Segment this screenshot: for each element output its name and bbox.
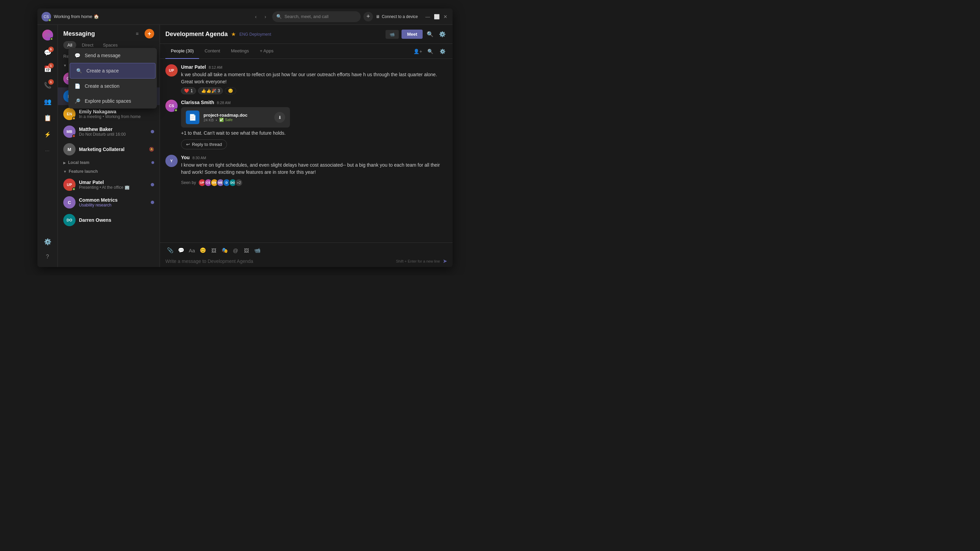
messaging-actions: ≡ +	[132, 29, 154, 38]
reaction-thumbs[interactable]: 👍👍🎉 3	[198, 87, 223, 94]
channel-tabs: People (30) Content Meetings + Apps 👤+ 🔍…	[160, 44, 453, 59]
close-button[interactable]: ✕	[442, 14, 449, 20]
dropdown-explore-spaces[interactable]: 🔎 Explore public spaces	[68, 94, 157, 108]
send-button[interactable]: ➤	[443, 258, 447, 264]
gif-button[interactable]: 🖼	[209, 246, 218, 255]
sidebar-item-activity[interactable]: ⚡	[40, 127, 55, 142]
emoji-button[interactable]: 😊	[198, 246, 208, 255]
matthew-avatar: MB	[63, 125, 76, 138]
common-metrics-sub: Usability research	[79, 203, 147, 208]
section-feature-launch[interactable]: ▼ Feature launch	[58, 167, 159, 176]
attach-button[interactable]: 📎	[165, 246, 175, 255]
back-button[interactable]: ‹	[252, 13, 260, 21]
umar-reactions: ❤️ 1 👍👍🎉 3 😊	[181, 87, 447, 94]
settings-icon: ⚙️	[44, 238, 51, 246]
channel-settings-button[interactable]: ⚙️	[438, 47, 447, 56]
new-message-button[interactable]: +	[145, 29, 154, 38]
chat-header-subtitle: ENG Deployment	[239, 32, 271, 37]
add-button[interactable]: +	[363, 12, 373, 21]
marketing-info: Marketing Collateral	[79, 147, 146, 152]
activity-icon: ⚡	[44, 131, 51, 138]
image-button[interactable]: 🖼	[242, 246, 251, 255]
title-bar: CS Working from home 🏠 ‹ › 🔍 Search, mee…	[37, 8, 453, 25]
message-clarissa: CS Clarissa Smith 8:28 AM 📄 project-road…	[165, 100, 447, 149]
reply-thread-button[interactable]: ↩ Reply to thread	[181, 140, 227, 149]
user-profile-icon[interactable]: CS	[40, 27, 55, 43]
mute-icon: 🔕	[149, 147, 154, 152]
video-icon: 📹	[390, 32, 395, 37]
umar-msg-avatar: UP	[165, 64, 178, 76]
emily-sub: In a meeting • Working from home	[79, 114, 154, 119]
message-placeholder[interactable]: Write a message to Development Agenda	[165, 259, 393, 264]
user-avatar: CS	[41, 12, 51, 21]
input-field[interactable]: Write a message to Development Agenda Sh…	[165, 258, 447, 264]
search-bar[interactable]: 🔍 Search, meet, and call	[272, 11, 361, 22]
sidebar-item-boards[interactable]: 📋	[40, 111, 55, 125]
chat-item-umar[interactable]: UP Umar Patel Presenting • At the office…	[58, 176, 159, 194]
sidebar-item-calls[interactable]: 📞 1	[40, 78, 55, 93]
dropdown-create-section[interactable]: 📄 Create a section	[68, 79, 157, 94]
thread-button[interactable]: 💬	[176, 246, 186, 255]
tab-people[interactable]: People (30)	[165, 44, 199, 59]
connect-device-button[interactable]: 🖥 Connect to a device	[375, 14, 418, 19]
search-button[interactable]: 🔍	[425, 30, 435, 39]
settings-button[interactable]: ⚙️	[438, 30, 447, 39]
clarissa-msg-author: Clarissa Smith	[181, 100, 214, 105]
file-attachment: 📄 project-roadmap.doc 24 KB • ✅ Safe ⬇	[181, 107, 290, 127]
heart-count: 1	[191, 89, 193, 93]
video-message-button[interactable]: 📹	[253, 246, 262, 255]
common-metrics-unread	[151, 201, 154, 204]
window-controls: — ⬜ ✕	[425, 14, 449, 20]
file-size: 24 KB	[204, 118, 214, 122]
clarissa-msg-avatar: CS	[165, 100, 178, 112]
format-button[interactable]: Aa	[187, 246, 197, 255]
heart-emoji: ❤️	[184, 89, 189, 93]
sticker-button[interactable]: 🎭	[220, 246, 229, 255]
tab-apps[interactable]: + Apps	[255, 44, 279, 59]
matthew-status	[72, 134, 76, 138]
seen-avatars: UP CS EN MB D DO +2	[198, 179, 243, 187]
clarissa-msg-time: 8:28 AM	[217, 101, 231, 105]
minimize-button[interactable]: —	[425, 14, 431, 20]
chat-item-darren[interactable]: DO Darren Owens	[58, 211, 159, 229]
explore-spaces-icon: 🔎	[74, 98, 81, 105]
you-msg-time: 8:30 AM	[192, 156, 206, 160]
tab-content[interactable]: Content	[199, 44, 226, 59]
download-button[interactable]: ⬇	[274, 112, 285, 123]
darren-info: Darren Owens	[79, 218, 154, 223]
search-channel-button[interactable]: 🔍	[425, 47, 435, 56]
matthew-name: Matthew Baker	[79, 127, 147, 132]
forward-button[interactable]: ›	[261, 13, 269, 21]
maximize-button[interactable]: ⬜	[434, 14, 440, 20]
reaction-heart[interactable]: ❤️ 1	[181, 87, 196, 94]
dropdown-send-message[interactable]: 💬 Send a message	[68, 48, 157, 63]
section-local-team[interactable]: ▶ Local team	[58, 158, 159, 167]
sidebar-item-calendar[interactable]: 📅 1	[40, 62, 55, 76]
tab-meetings[interactable]: Meetings	[226, 44, 255, 59]
chat-item-marketing[interactable]: M Marketing Collateral 🔕	[58, 140, 159, 158]
chat-item-matthew[interactable]: MB Matthew Baker Do Not Disturb until 16…	[58, 123, 159, 140]
file-separator: •	[216, 118, 217, 122]
clarissa-msg-header: Clarissa Smith 8:28 AM	[181, 100, 447, 105]
sidebar-item-more[interactable]: ···	[40, 143, 55, 158]
monitor-icon: 🖥	[375, 14, 380, 19]
video-call-button[interactable]: 📹	[385, 30, 399, 39]
filter-icon-button[interactable]: ≡	[132, 29, 142, 38]
reaction-add[interactable]: 😊	[225, 87, 236, 94]
create-section-label: Create a section	[85, 83, 119, 89]
chat-item-common-metrics[interactable]: C Common Metrics Usability research	[58, 194, 159, 211]
common-metrics-name: Common Metrics	[79, 197, 147, 203]
sidebar-item-people[interactable]: 👥	[40, 94, 55, 109]
sidebar-item-settings[interactable]: ⚙️	[40, 234, 55, 249]
meet-button[interactable]: Meet	[401, 30, 423, 39]
add-people-icon-button[interactable]: 👤+	[413, 47, 423, 56]
message-umar: UP Umar Patel 8:12 AM k we should all ta…	[165, 64, 447, 94]
sidebar-item-help[interactable]: ?	[40, 249, 55, 264]
sidebar-item-chat[interactable]: 💬 5	[40, 45, 55, 60]
mention-button[interactable]: @	[231, 246, 240, 255]
dropdown-create-space[interactable]: 🔍 Create a space	[70, 63, 156, 79]
file-safe: ✅ Safe	[219, 118, 233, 122]
more-icon: ···	[45, 148, 50, 153]
darren-avatar: DO	[63, 214, 76, 226]
messages-area: UP Umar Patel 8:12 AM k we should all ta…	[160, 59, 453, 243]
